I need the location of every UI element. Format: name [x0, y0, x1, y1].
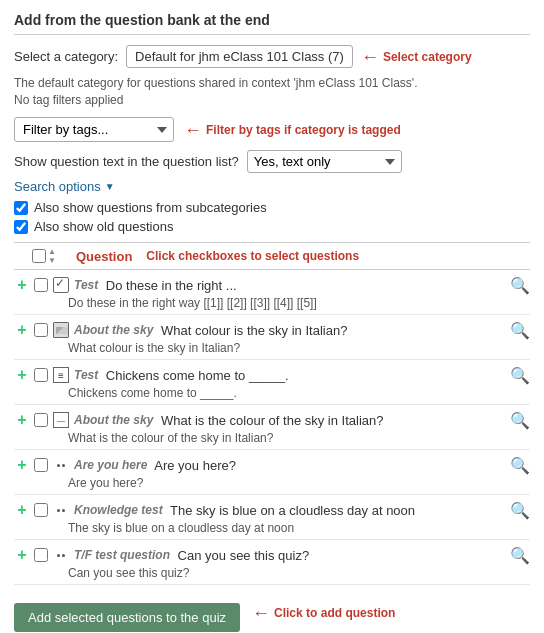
- tag-filter-select[interactable]: Filter by tags...: [14, 117, 174, 142]
- old-questions-row: Also show old questions: [14, 219, 530, 234]
- subcategories-checkbox[interactable]: [14, 201, 28, 215]
- question-type-icon: [52, 321, 70, 339]
- question-main-row: + — About the sky What is the colour of …: [14, 409, 530, 431]
- add-question-icon[interactable]: +: [14, 276, 30, 294]
- sort-arrows[interactable]: ▲ ▼: [48, 247, 56, 265]
- question-category: Are you here: [74, 458, 147, 472]
- add-question-icon[interactable]: +: [14, 456, 30, 474]
- question-type-icon: ≡: [52, 366, 70, 384]
- add-question-icon[interactable]: +: [14, 366, 30, 384]
- question-checkbox[interactable]: [34, 413, 48, 427]
- question-name: What is the colour of the sky in Italian…: [157, 413, 383, 428]
- question-subtext: Can you see this quiz?: [14, 566, 530, 580]
- question-type-icon: [52, 456, 70, 474]
- add-questions-button[interactable]: Add selected questions to the quiz: [14, 603, 240, 632]
- question-category: About the sky: [74, 323, 153, 337]
- question-main-row: + Are you here Are you here? 🔍: [14, 454, 530, 476]
- add-annotation: ← Click to add question: [252, 604, 395, 622]
- table-header: ▲ ▼ Question Click checkboxes to select …: [14, 242, 530, 270]
- preview-icon[interactable]: 🔍: [510, 366, 530, 385]
- question-checkbox[interactable]: [34, 548, 48, 562]
- question-type-icon: [52, 276, 70, 294]
- show-text-select[interactable]: Yes, text only: [247, 150, 402, 173]
- add-question-icon[interactable]: +: [14, 546, 30, 564]
- preview-icon[interactable]: 🔍: [510, 456, 530, 475]
- question-subtext: Chickens come home to _____.: [14, 386, 530, 400]
- question-name: Can you see this quiz?: [174, 548, 309, 563]
- question-item: + Are you here Are you here? 🔍 Are you h…: [14, 450, 530, 495]
- question-main-row: + About the sky What colour is the sky i…: [14, 319, 530, 341]
- question-checkbox[interactable]: [34, 458, 48, 472]
- question-subtext: What colour is the sky in Italian?: [14, 341, 530, 355]
- question-checkbox[interactable]: [34, 368, 48, 382]
- question-main-row: + Knowledge test The sky is blue on a cl…: [14, 499, 530, 521]
- show-text-label: Show question text in the question list?: [14, 154, 239, 169]
- add-question-icon[interactable]: +: [14, 411, 30, 429]
- category-label: Select a category:: [14, 49, 118, 64]
- question-subtext: The sky is blue on a cloudless day at no…: [14, 521, 530, 535]
- preview-icon[interactable]: 🔍: [510, 276, 530, 295]
- question-main-row: + T/F test question Can you see this qui…: [14, 544, 530, 566]
- question-category: Test: [74, 368, 98, 382]
- question-type-icon: [52, 501, 70, 519]
- question-name: Do these in the right ...: [102, 278, 236, 293]
- question-name: Chickens come home to _____.: [102, 368, 288, 383]
- question-item: + About the sky What colour is the sky i…: [14, 315, 530, 360]
- question-main-row: + ≡ Test Chickens come home to _____. 🔍: [14, 364, 530, 386]
- question-name: The sky is blue on a cloudless day at no…: [167, 503, 415, 518]
- chevron-down-icon: ▼: [105, 181, 115, 192]
- add-arrow-icon: ←: [252, 604, 270, 622]
- questions-list: + Test Do these in the right ... 🔍 Do th…: [14, 270, 530, 585]
- tag-arrow-icon: ←: [184, 121, 202, 139]
- add-question-icon[interactable]: +: [14, 321, 30, 339]
- header-icon-area: ▲ ▼: [14, 247, 68, 265]
- question-category: T/F test question: [74, 548, 170, 562]
- category-annotation: ← Select category: [361, 48, 472, 66]
- question-checkbox[interactable]: [34, 503, 48, 517]
- question-category: About the sky: [74, 413, 153, 427]
- bottom-row: Add selected questions to the quiz ← Cli…: [14, 593, 530, 632]
- preview-icon[interactable]: 🔍: [510, 321, 530, 340]
- question-subtext: Are you here?: [14, 476, 530, 490]
- question-name: Are you here?: [151, 458, 236, 473]
- subcategories-row: Also show questions from subcategories: [14, 200, 530, 215]
- question-item: + — About the sky What is the colour of …: [14, 405, 530, 450]
- question-category: Test: [74, 278, 98, 292]
- old-questions-label: Also show old questions: [34, 219, 173, 234]
- header-checkbox[interactable]: [32, 249, 46, 263]
- question-checkbox[interactable]: [34, 278, 48, 292]
- search-options-link[interactable]: Search options: [14, 179, 101, 194]
- question-column-header: Question: [76, 249, 132, 264]
- red-arrow-icon: ←: [361, 48, 379, 66]
- subcategories-label: Also show questions from subcategories: [34, 200, 267, 215]
- tag-filter-annotation: ← Filter by tags if category is tagged: [184, 121, 401, 139]
- info-line2: No tag filters applied: [14, 93, 530, 107]
- search-options-toggle[interactable]: Search options ▼: [14, 179, 530, 194]
- question-item: + Knowledge test The sky is blue on a cl…: [14, 495, 530, 540]
- question-item: + Test Do these in the right ... 🔍 Do th…: [14, 270, 530, 315]
- page-title: Add from the question bank at the end: [14, 12, 530, 35]
- question-checkbox[interactable]: [34, 323, 48, 337]
- preview-icon[interactable]: 🔍: [510, 546, 530, 565]
- preview-icon[interactable]: 🔍: [510, 411, 530, 430]
- question-subtext: Do these in the right way [[1]] [[2]] [[…: [14, 296, 530, 310]
- question-subtext: What is the colour of the sky in Italian…: [14, 431, 530, 445]
- old-questions-checkbox[interactable]: [14, 220, 28, 234]
- question-name: What colour is the sky in Italian?: [157, 323, 347, 338]
- preview-icon[interactable]: 🔍: [510, 501, 530, 520]
- question-type-icon: [52, 546, 70, 564]
- checkbox-annotation: Click checkboxes to select questions: [146, 249, 359, 263]
- question-item: + ≡ Test Chickens come home to _____. 🔍 …: [14, 360, 530, 405]
- add-question-icon[interactable]: +: [14, 501, 30, 519]
- question-category: Knowledge test: [74, 503, 163, 517]
- info-line1: The default category for questions share…: [14, 76, 530, 90]
- question-type-icon: —: [52, 411, 70, 429]
- question-item: + T/F test question Can you see this qui…: [14, 540, 530, 585]
- category-select[interactable]: Default for jhm eClass 101 Class (7): [126, 45, 353, 68]
- question-main-row: + Test Do these in the right ... 🔍: [14, 274, 530, 296]
